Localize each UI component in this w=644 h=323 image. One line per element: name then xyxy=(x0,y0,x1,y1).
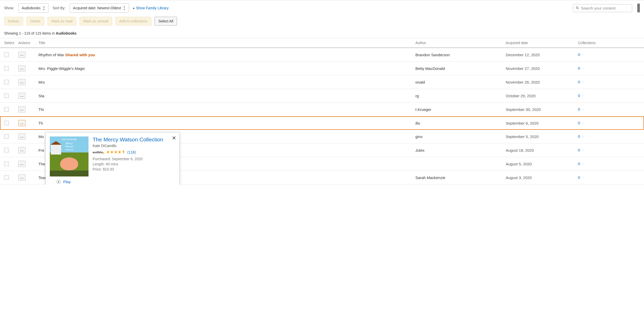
row-actions-button[interactable]: ... xyxy=(18,147,26,153)
close-icon[interactable]: ✕ xyxy=(172,135,176,141)
row-actions-button[interactable]: ... xyxy=(18,106,26,112)
row-actions-button[interactable]: ... xyxy=(18,65,26,71)
row-date: August 18, 2020 xyxy=(506,148,578,152)
collections-count-link[interactable]: 0 xyxy=(578,80,580,84)
item-detail-popup: ✕ Kate DiCamillo MercyWatsonCollection T… xyxy=(45,132,180,184)
chevron-down-icon[interactable]: ﹀ xyxy=(582,176,585,180)
length-line: Length: 40 mins xyxy=(93,162,175,166)
collections-count-link[interactable]: 0 xyxy=(578,52,580,57)
row-date: November 26, 2020 xyxy=(506,80,578,84)
play-link[interactable]: Play xyxy=(63,180,71,184)
action-row: Deliver Delete Mark as read Mark as unre… xyxy=(0,16,644,30)
collections-count-link[interactable]: 0 xyxy=(578,148,580,152)
stars-icon: ★★★★⯨ xyxy=(106,149,126,155)
table-row: ...Thit KruegerSeptember 30, 20200 ﹀ xyxy=(0,103,644,116)
status-category: Audiobooks xyxy=(56,31,77,35)
book-cover: Kate DiCamillo MercyWatsonCollection xyxy=(50,136,88,176)
status-line: Showing 1 - 115 of 115 items in Audioboo… xyxy=(0,30,644,38)
row-author: gins xyxy=(415,134,506,139)
add-collections-button[interactable]: Add to collections xyxy=(115,17,151,26)
table-row: ...Rhythm of War Shared with youBrandon … xyxy=(0,48,644,62)
chevron-down-icon[interactable]: ﹀ xyxy=(582,108,585,111)
search-input[interactable] xyxy=(581,6,629,10)
row-date: September 6, 2020 xyxy=(506,121,578,125)
row-actions-button[interactable]: ... xyxy=(18,52,26,58)
mark-unread-button[interactable]: Mark as unread xyxy=(79,17,112,26)
row-actions-button[interactable]: ... xyxy=(18,133,26,140)
row-checkbox[interactable] xyxy=(4,52,9,57)
chevron-down-icon[interactable]: ﹀ xyxy=(582,53,585,57)
row-checkbox[interactable] xyxy=(4,134,9,139)
show-select[interactable]: Audiobooks ▲▼ xyxy=(18,3,49,13)
row-actions-button[interactable]: ... xyxy=(18,79,26,85)
row-checkbox[interactable] xyxy=(4,175,9,180)
cover-author: Kate DiCamillo xyxy=(50,138,88,141)
row-checkbox[interactable] xyxy=(4,80,9,84)
table-row: ...ThilloSeptember 6, 20200 ﹀ xyxy=(0,116,644,130)
chevron-down-icon[interactable]: ﹀ xyxy=(582,67,585,70)
show-family-library-link[interactable]: Show Family Library xyxy=(133,6,169,10)
chevron-down-icon[interactable]: ﹀ xyxy=(582,122,585,125)
row-author: rg xyxy=(415,94,506,98)
collections-count-link[interactable]: 0 xyxy=(578,134,580,139)
mark-read-button[interactable]: Mark as read xyxy=(47,17,76,26)
rating-count-link[interactable]: (116) xyxy=(127,150,136,154)
audible-logo-icon: audible xyxy=(93,151,104,154)
row-actions-button[interactable]: ... xyxy=(18,174,26,181)
chevron-down-icon[interactable]: ﹀ xyxy=(582,162,585,166)
popup-author: Kate DiCamillo xyxy=(93,144,175,148)
select-all-button[interactable]: Select All xyxy=(155,17,177,26)
row-date: November 27, 2020 xyxy=(506,66,578,71)
row-title[interactable]: Rhythm of War Shared with you xyxy=(38,53,415,57)
row-title[interactable]: Thi xyxy=(38,107,415,112)
row-title[interactable]: Mrs. Piggle-Wiggle's Magic xyxy=(38,66,415,71)
row-title[interactable]: Sta xyxy=(38,94,415,98)
sort-label: Sort By: xyxy=(53,6,66,10)
chevron-down-icon[interactable]: ﹀ xyxy=(582,94,585,98)
delete-button[interactable]: Delete xyxy=(26,17,44,26)
row-actions-button[interactable]: ... xyxy=(18,93,26,99)
row-actions-button[interactable]: ... xyxy=(18,161,26,167)
row-date: September 5, 2020 xyxy=(506,134,578,139)
row-title[interactable]: Mrs xyxy=(38,80,415,84)
collections-count-link[interactable]: 0 xyxy=(578,66,580,70)
collections-count-link[interactable]: 0 xyxy=(578,175,580,180)
row-checkbox[interactable] xyxy=(4,93,9,98)
collections-count-link[interactable]: 0 xyxy=(578,121,580,125)
search-box[interactable] xyxy=(573,4,632,12)
row-date: December 12, 2020 xyxy=(506,53,578,57)
price-line: Price: $15.93 xyxy=(93,167,175,171)
table-row: ...MrsonaldNovember 26, 20200 ﹀ xyxy=(0,75,644,89)
show-label: Show: xyxy=(4,6,14,10)
table-row: ...Mrs. Piggle-Wiggle's MagicBetty MacDo… xyxy=(0,62,644,75)
sort-caret-icon: ▲▼ xyxy=(123,5,126,11)
sort-caret-icon: ▲▼ xyxy=(43,5,45,11)
collections-count-link[interactable]: 0 xyxy=(578,107,580,111)
header-actions: Actions xyxy=(18,41,38,45)
row-checkbox[interactable] xyxy=(4,107,9,112)
row-author: Brandon Sanderson xyxy=(415,53,506,57)
toolbar: Show: Audiobooks ▲▼ Sort By: Acquired da… xyxy=(0,0,644,16)
popup-title-link[interactable]: The Mercy Watson Collection xyxy=(93,136,175,143)
chevron-down-icon[interactable]: ﹀ xyxy=(582,80,585,84)
row-checkbox[interactable] xyxy=(4,148,9,152)
chevron-down-icon[interactable]: ﹀ xyxy=(582,149,585,152)
row-checkbox[interactable] xyxy=(4,66,9,71)
row-title[interactable]: Th xyxy=(38,121,415,125)
sort-select[interactable]: Acquired date: Newest-Oldest ▲▼ xyxy=(70,3,129,13)
header-title: Title xyxy=(38,41,415,45)
table-header: Select Actions Title Author Acquired dat… xyxy=(0,38,644,48)
table-row: ...StargOctober 29, 20200 ﹀ xyxy=(0,89,644,103)
chevron-down-icon[interactable]: ﹀ xyxy=(582,135,585,139)
header-date: Acquired date xyxy=(506,41,578,45)
row-author: onald xyxy=(415,80,506,84)
row-checkbox[interactable] xyxy=(4,121,9,125)
scrollbar-icon[interactable] xyxy=(637,4,640,12)
status-text: Showing 1 - 115 of 115 items in xyxy=(4,31,56,35)
row-actions-button[interactable]: ... xyxy=(18,120,26,126)
collections-count-link[interactable]: 0 xyxy=(578,162,580,166)
collections-count-link[interactable]: 0 xyxy=(578,93,580,98)
play-icon[interactable] xyxy=(57,180,61,184)
row-checkbox[interactable] xyxy=(4,162,9,166)
deliver-button[interactable]: Deliver xyxy=(4,17,23,26)
